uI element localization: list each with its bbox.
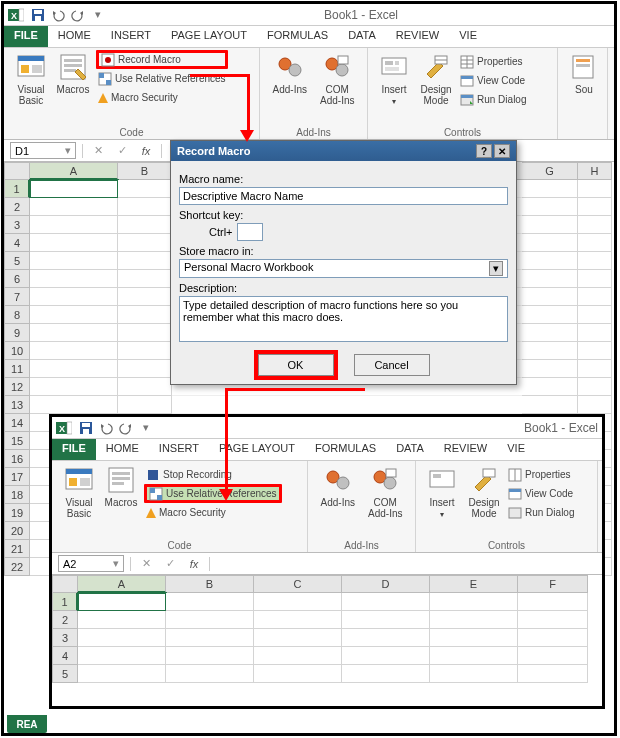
row-header[interactable]: 13 bbox=[4, 396, 30, 414]
tab-insert[interactable]: INSERT bbox=[149, 439, 209, 460]
col-header-c[interactable]: C bbox=[254, 575, 342, 593]
cell[interactable] bbox=[578, 306, 612, 324]
cell[interactable] bbox=[518, 647, 588, 665]
tab-home[interactable]: HOME bbox=[48, 26, 101, 47]
cell[interactable] bbox=[166, 629, 254, 647]
source-button[interactable]: Sou bbox=[564, 52, 604, 95]
cell[interactable] bbox=[118, 198, 172, 216]
tab-formulas[interactable]: FORMULAS bbox=[305, 439, 386, 460]
dialog-title-bar[interactable]: Record Macro ? ✕ bbox=[171, 141, 516, 161]
qat-undo-icon[interactable] bbox=[49, 6, 67, 24]
qat-dropdown-icon[interactable]: ▾ bbox=[137, 419, 155, 437]
cell[interactable] bbox=[118, 288, 172, 306]
cell[interactable] bbox=[30, 216, 118, 234]
tab-view[interactable]: VIE bbox=[497, 439, 535, 460]
cell[interactable] bbox=[118, 216, 172, 234]
view-code-button[interactable]: View Code bbox=[458, 71, 528, 90]
cell[interactable] bbox=[30, 252, 118, 270]
addins-button[interactable]: Add-Ins bbox=[314, 465, 362, 519]
tab-insert[interactable]: INSERT bbox=[101, 26, 161, 47]
cell[interactable] bbox=[118, 360, 172, 378]
col-header-e[interactable]: E bbox=[430, 575, 518, 593]
cell[interactable] bbox=[30, 360, 118, 378]
cell[interactable] bbox=[522, 234, 578, 252]
cell[interactable] bbox=[522, 288, 578, 306]
cell[interactable] bbox=[430, 665, 518, 683]
row-header[interactable]: 3 bbox=[52, 629, 78, 647]
row-header[interactable]: 5 bbox=[52, 665, 78, 683]
select-all-corner[interactable] bbox=[52, 575, 78, 593]
row-header[interactable]: 3 bbox=[4, 216, 30, 234]
cell[interactable] bbox=[254, 593, 342, 611]
row-header[interactable]: 18 bbox=[4, 486, 30, 504]
row-header[interactable]: 12 bbox=[4, 378, 30, 396]
cell[interactable] bbox=[118, 342, 172, 360]
row-header[interactable]: 9 bbox=[4, 324, 30, 342]
cell[interactable] bbox=[578, 270, 612, 288]
cell[interactable] bbox=[342, 629, 430, 647]
addins-button[interactable]: Add-Ins bbox=[266, 52, 314, 106]
fx-cancel-icon[interactable]: ✕ bbox=[137, 557, 155, 570]
tab-review[interactable]: REVIEW bbox=[386, 26, 449, 47]
cell[interactable] bbox=[522, 216, 578, 234]
cell[interactable] bbox=[254, 665, 342, 683]
cell[interactable] bbox=[254, 629, 342, 647]
chevron-down-icon[interactable]: ▾ bbox=[65, 144, 71, 157]
col-header-h[interactable]: H bbox=[578, 162, 612, 180]
row-header[interactable]: 10 bbox=[4, 342, 30, 360]
qat-dropdown-icon[interactable]: ▾ bbox=[89, 6, 107, 24]
cell[interactable] bbox=[522, 180, 578, 198]
cell[interactable] bbox=[578, 324, 612, 342]
cell[interactable] bbox=[430, 629, 518, 647]
row-header[interactable]: 14 bbox=[4, 414, 30, 432]
cell[interactable] bbox=[522, 198, 578, 216]
visual-basic-button[interactable]: Visual Basic bbox=[58, 465, 100, 522]
row-header[interactable]: 1 bbox=[52, 593, 78, 611]
dialog-close-icon[interactable]: ✕ bbox=[494, 144, 510, 158]
cell[interactable] bbox=[118, 306, 172, 324]
cell[interactable] bbox=[578, 180, 612, 198]
cell[interactable] bbox=[578, 396, 612, 414]
row-header[interactable]: 5 bbox=[4, 252, 30, 270]
design-mode-button[interactable]: Design Mode bbox=[462, 465, 506, 522]
tab-data[interactable]: DATA bbox=[338, 26, 386, 47]
cell[interactable] bbox=[30, 234, 118, 252]
cell[interactable] bbox=[430, 593, 518, 611]
view-code-button[interactable]: View Code bbox=[506, 484, 576, 503]
qat-save-icon[interactable] bbox=[77, 419, 95, 437]
row-header[interactable]: 17 bbox=[4, 468, 30, 486]
qat-redo-icon[interactable] bbox=[69, 6, 87, 24]
tab-pagelayout[interactable]: PAGE LAYOUT bbox=[161, 26, 257, 47]
tab-data[interactable]: DATA bbox=[386, 439, 434, 460]
cell[interactable] bbox=[578, 234, 612, 252]
com-addins-button[interactable]: COM Add-Ins bbox=[314, 52, 362, 106]
col-header-b[interactable]: B bbox=[118, 162, 172, 180]
cell[interactable] bbox=[578, 252, 612, 270]
ok-button[interactable]: OK bbox=[258, 354, 334, 376]
fx-insert-function-button[interactable]: fx bbox=[185, 558, 203, 570]
cell[interactable] bbox=[342, 665, 430, 683]
cell[interactable] bbox=[118, 252, 172, 270]
cell[interactable] bbox=[254, 611, 342, 629]
cell[interactable] bbox=[522, 360, 578, 378]
row-header[interactable]: 4 bbox=[52, 647, 78, 665]
cell[interactable] bbox=[30, 288, 118, 306]
cell[interactable] bbox=[430, 647, 518, 665]
cell[interactable] bbox=[30, 180, 118, 198]
macros-button[interactable]: Macros bbox=[52, 52, 94, 107]
tab-file[interactable]: FILE bbox=[4, 26, 48, 47]
cell[interactable] bbox=[166, 611, 254, 629]
row-header[interactable]: 22 bbox=[4, 558, 30, 576]
cell[interactable] bbox=[518, 629, 588, 647]
select-all-corner[interactable] bbox=[4, 162, 30, 180]
macro-security-button[interactable]: Macro Security bbox=[144, 503, 282, 522]
cell[interactable] bbox=[30, 378, 118, 396]
cell[interactable] bbox=[578, 342, 612, 360]
stop-recording-button[interactable]: Stop Recording bbox=[144, 465, 282, 484]
cell[interactable] bbox=[118, 378, 172, 396]
chevron-down-icon[interactable]: ▾ bbox=[489, 261, 503, 276]
qat-redo-icon[interactable] bbox=[117, 419, 135, 437]
cell[interactable] bbox=[118, 324, 172, 342]
row-header[interactable]: 6 bbox=[4, 270, 30, 288]
dialog-help-icon[interactable]: ? bbox=[476, 144, 492, 158]
